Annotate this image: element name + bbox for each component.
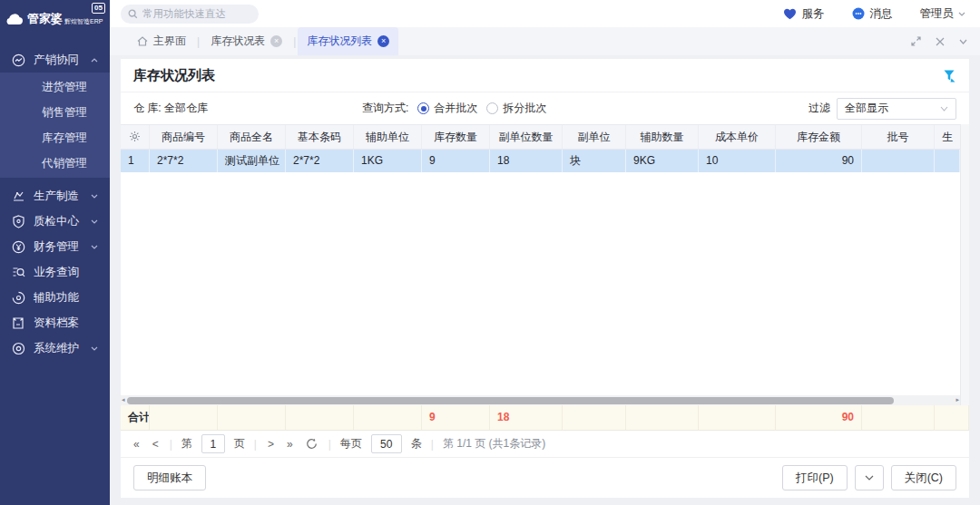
- col-header[interactable]: 成本单价: [699, 125, 776, 149]
- sidebar: 管家婆 辉煌智造ERP 05 产销协同 进货管理 销售管理 库存管理 代销管理: [0, 0, 110, 505]
- cell-product-code: 2*7*2: [150, 150, 218, 172]
- brand-name: 管家婆: [27, 11, 63, 27]
- sidebar-item-consignment-mgmt[interactable]: 代销管理: [0, 151, 110, 176]
- close-icon[interactable]: ×: [270, 35, 282, 47]
- cell-prod-date: [935, 150, 960, 172]
- chevron-down-icon: [90, 245, 99, 249]
- message-link[interactable]: 消息: [852, 6, 893, 22]
- per-page-input[interactable]: [371, 434, 402, 453]
- close-icon[interactable]: ×: [377, 35, 389, 47]
- col-header[interactable]: 商品编号: [150, 125, 218, 149]
- shield-icon: [11, 214, 25, 228]
- cell-product-name: 测试副单位: [218, 150, 286, 172]
- cell-aux-qty: 9KG: [626, 150, 699, 172]
- chevron-down-icon: [90, 346, 99, 351]
- cell-stock-amount: 90: [776, 150, 862, 172]
- cell-aux-unit: 1KG: [354, 150, 422, 172]
- col-header[interactable]: 批号: [862, 125, 935, 149]
- col-header[interactable]: 生: [935, 125, 960, 149]
- scrollbar-thumb[interactable]: [127, 397, 894, 404]
- sidebar-item-quality[interactable]: 质检中心: [0, 209, 110, 234]
- sidebar-item-auxiliary[interactable]: 辅助功能: [0, 285, 110, 310]
- sidebar-item-finance[interactable]: 财务管理: [0, 234, 110, 259]
- brand-version-badge: 05: [92, 3, 105, 14]
- sidebar-item-product-sales[interactable]: 产销协同: [0, 47, 110, 73]
- pagination-summary: 第 1/1 页 (共1条记录): [443, 436, 545, 452]
- tab-list-chevron-icon[interactable]: [959, 39, 967, 44]
- sidebar-menu: 产销协同 进货管理 销售管理 库存管理 代销管理 生产制造: [0, 38, 110, 505]
- maximize-icon[interactable]: [911, 36, 921, 46]
- vertical-scrollbar[interactable]: [960, 124, 969, 405]
- chevron-down-icon: [90, 194, 99, 199]
- sidebar-item-inventory-mgmt[interactable]: 库存管理: [0, 125, 110, 151]
- tab-separator: |: [197, 35, 200, 48]
- page-number-input[interactable]: [201, 434, 225, 453]
- close-button[interactable]: 关闭(C): [891, 465, 956, 490]
- scroll-right-arrow-icon[interactable]: ▸: [956, 396, 959, 403]
- table-row[interactable]: 1 2*7*2 测试副单位 2*7*2 1KG 9 18 块 9KG 10 90: [121, 150, 960, 172]
- close-all-icon[interactable]: [936, 37, 945, 46]
- next-page-button[interactable]: >: [266, 438, 276, 451]
- inventory-status-panel: 库存状况列表 仓 库: 全部仓库 查询方式: 合并批次: [121, 59, 969, 498]
- table-header-row: 商品编号 商品全名 基本条码 辅助单位 库存数量 副单位数量 副单位 辅助数量 …: [121, 124, 960, 150]
- last-page-button[interactable]: »: [285, 438, 295, 451]
- service-link[interactable]: 服务: [783, 6, 825, 22]
- query-mode-label: 查询方式:: [362, 101, 408, 116]
- table-total-row: 合计 9 18 90: [121, 405, 969, 431]
- detail-ledger-button[interactable]: 明细账本: [133, 465, 206, 490]
- col-header[interactable]: 库存金额: [776, 125, 862, 149]
- first-page-button[interactable]: «: [132, 438, 142, 451]
- sidebar-item-sales-mgmt[interactable]: 销售管理: [0, 100, 110, 125]
- inventory-table: 商品编号 商品全名 基本条码 辅助单位 库存数量 副单位数量 副单位 辅助数量 …: [121, 124, 969, 405]
- sidebar-item-business-query[interactable]: 业务查询: [0, 259, 110, 285]
- col-header[interactable]: 辅助数量: [626, 125, 699, 149]
- home-icon: [137, 36, 148, 46]
- quick-search[interactable]: [121, 5, 259, 24]
- cell-barcode: 2*7*2: [286, 150, 354, 172]
- warehouse-value[interactable]: 全部仓库: [164, 101, 208, 116]
- filter-funnel-icon[interactable]: [943, 69, 956, 83]
- warehouse-label: 仓 库:: [133, 101, 162, 116]
- row-number: 1: [121, 150, 150, 172]
- page-title: 库存状况列表: [133, 67, 215, 84]
- tab-home[interactable]: 主界面: [128, 27, 195, 55]
- cell-batch-no: [862, 150, 935, 172]
- pagination-bar: « < | 第 页 | > » | 每页 条 |: [121, 431, 969, 458]
- chevron-down-icon: [90, 219, 99, 224]
- col-header[interactable]: 基本条码: [286, 125, 354, 149]
- cloud-logo-icon: [5, 14, 24, 25]
- chevron-up-icon: [90, 58, 99, 63]
- radio-merge-batch[interactable]: 合并批次: [417, 101, 477, 116]
- prev-page-button[interactable]: <: [151, 438, 161, 451]
- print-options-chevron-button[interactable]: [855, 465, 884, 490]
- tab-inventory-status-report[interactable]: 库存状况表 ×: [201, 27, 291, 55]
- warehouse-filter: 仓 库: 全部仓库: [133, 101, 208, 116]
- sidebar-submenu: 进货管理 销售管理 库存管理 代销管理: [0, 73, 110, 178]
- col-header[interactable]: 库存数量: [422, 125, 490, 149]
- sidebar-item-system[interactable]: 系统维护: [0, 335, 110, 361]
- horizontal-scrollbar[interactable]: ◂ ▸: [121, 395, 960, 405]
- sidebar-item-archives[interactable]: 资料档案: [0, 310, 110, 335]
- scroll-left-arrow-icon[interactable]: ◂: [122, 396, 125, 403]
- refresh-icon[interactable]: [304, 438, 319, 450]
- user-menu[interactable]: 管理员: [920, 6, 966, 22]
- search-input[interactable]: [142, 8, 251, 19]
- col-header[interactable]: 副单位数量: [490, 125, 563, 149]
- tab-inventory-status-list[interactable]: 库存状况列表 ×: [298, 27, 398, 55]
- filter-label: 过滤: [808, 101, 830, 116]
- print-button[interactable]: 打印(P): [782, 465, 848, 490]
- col-header[interactable]: 商品全名: [218, 125, 286, 149]
- total-stock-qty: 9: [422, 405, 490, 430]
- column-settings-gear-icon[interactable]: [121, 125, 150, 149]
- filter-select-value: 全部显示: [845, 101, 888, 116]
- col-header[interactable]: 辅助单位: [354, 125, 422, 149]
- sidebar-item-production[interactable]: 生产制造: [0, 183, 110, 209]
- message-icon: [852, 7, 865, 20]
- col-header[interactable]: 副单位: [563, 125, 626, 149]
- filter-select[interactable]: 全部显示: [837, 98, 956, 120]
- sidebar-item-purchase-mgmt[interactable]: 进货管理: [0, 74, 110, 100]
- chevron-down-icon: [958, 12, 965, 16]
- system-gear-icon: [11, 341, 25, 355]
- cell-sub-unit: 块: [563, 150, 626, 172]
- radio-split-batch[interactable]: 拆分批次: [486, 101, 546, 116]
